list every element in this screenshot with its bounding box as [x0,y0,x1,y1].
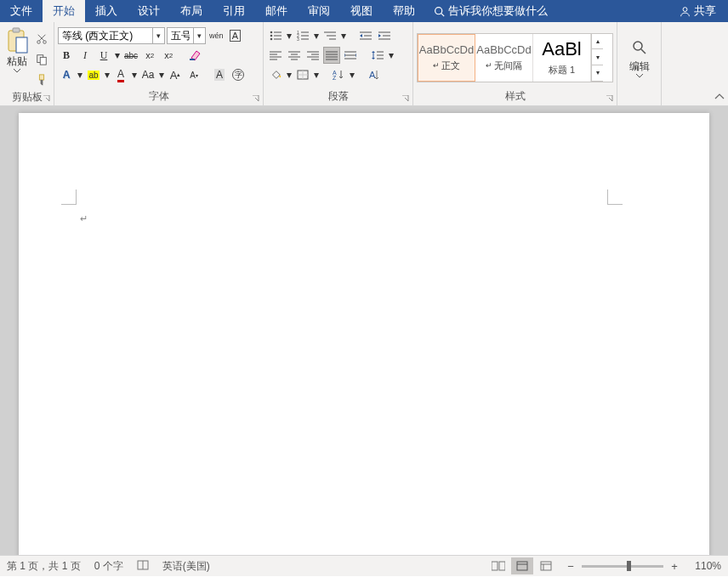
align-center-button[interactable] [286,47,303,64]
shading-dropdown[interactable]: ▾ [286,69,293,81]
line-spacing-dropdown[interactable]: ▾ [388,49,395,61]
sort-dropdown[interactable]: ▾ [349,69,355,81]
italic-button[interactable]: I [77,47,94,64]
align-right-icon [307,50,319,60]
strikethrough-button[interactable]: abc [122,47,139,64]
magnifier-icon [631,39,648,56]
tell-me-search[interactable]: 告诉我你想要做什么 [434,3,548,19]
style-normal[interactable]: AaBbCcDd ↵正文 [418,34,475,82]
menu-references[interactable]: 引用 [213,0,255,22]
font-size-input[interactable] [168,28,193,43]
menu-review[interactable]: 审阅 [298,0,340,22]
decrease-indent-button[interactable] [357,27,374,44]
document-area[interactable]: ↵ [0,106,728,555]
highlight-dropdown[interactable]: ▾ [104,69,111,81]
styles-scroll-down[interactable]: ▾ [592,49,603,65]
shading-button[interactable] [267,66,284,83]
font-launcher[interactable] [251,93,261,104]
change-case-button[interactable]: Aa [139,66,156,83]
zoom-level[interactable]: 110% [687,560,721,572]
zoom-track[interactable] [582,565,663,568]
word-count[interactable]: 0 个字 [94,559,123,574]
underline-dropdown[interactable]: ▾ [114,49,121,61]
menu-mailings[interactable]: 邮件 [255,0,298,22]
zoom-out-button[interactable]: − [565,560,577,573]
menu-insert[interactable]: 插入 [85,0,128,22]
bullets-dropdown[interactable]: ▾ [286,30,293,42]
borders-dropdown[interactable]: ▾ [313,69,320,81]
borders-button[interactable] [294,66,311,83]
clipboard-launcher[interactable] [42,93,52,104]
find-button[interactable]: 编辑 [623,39,656,79]
bold-button[interactable]: B [58,47,75,64]
text-effects-button[interactable]: A [58,66,75,83]
show-marks-button[interactable]: A [366,66,383,83]
align-left-icon [270,50,282,60]
font-name-input[interactable] [59,28,152,43]
cut-button[interactable] [33,31,50,48]
page-number[interactable]: 第 1 页，共 1 页 [7,559,81,574]
enclose-char-button[interactable]: 字 [230,66,247,83]
menu-help[interactable]: 帮助 [383,0,425,22]
styles-expand[interactable]: ▾ [592,65,603,82]
line-spacing-button[interactable] [369,47,386,64]
multilevel-button[interactable] [321,27,338,44]
menu-view[interactable]: 视图 [340,0,383,22]
paragraph-launcher[interactable] [401,93,411,104]
multilevel-icon [324,31,336,41]
chevron-down-icon [636,74,643,79]
pinyin-button[interactable]: wén [208,27,225,44]
read-icon [492,561,505,571]
language[interactable]: 英语(美国) [162,559,210,574]
collapse-ribbon-button[interactable] [714,92,725,104]
font-name-dropdown[interactable]: ▾ [152,28,164,43]
read-mode-button[interactable] [487,557,509,574]
style-nospacing[interactable]: AaBbCcDd ↵无间隔 [475,34,533,82]
font-name-combo[interactable]: ▾ [58,27,165,44]
align-right-button[interactable] [304,47,321,64]
clear-formatting-button[interactable] [187,47,204,64]
styles-scroll-up[interactable]: ▴ [592,34,603,50]
menu-layout[interactable]: 布局 [170,0,213,22]
bullets-button[interactable] [267,27,284,44]
char-border-button[interactable]: A [227,27,244,44]
subscript-button[interactable]: x2 [141,47,158,64]
copy-button[interactable] [33,51,50,68]
proofing-button[interactable] [137,560,149,573]
style-heading1[interactable]: AaBl 标题 1 [533,34,591,82]
page[interactable]: ↵ [19,113,709,555]
styles-launcher[interactable] [605,93,615,104]
format-painter-button[interactable] [33,71,50,88]
zoom-thumb[interactable] [627,561,631,571]
group-editing: 编辑 [617,22,662,105]
font-size-dropdown[interactable]: ▾ [193,28,205,43]
menu-home[interactable]: 开始 [43,0,85,22]
share-button[interactable]: 共享 [668,3,728,19]
change-case-dropdown[interactable]: ▾ [158,69,165,81]
text-effects-dropdown[interactable]: ▾ [77,69,83,81]
web-layout-button[interactable] [535,557,557,574]
font-size-combo[interactable]: ▾ [167,27,206,44]
align-left-button[interactable] [267,47,284,64]
grow-font-button[interactable]: A▴ [167,66,184,83]
superscript-button[interactable]: x2 [160,47,177,64]
zoom-in-button[interactable]: + [668,560,680,573]
char-shading-button[interactable]: A [211,66,228,83]
font-color-button[interactable]: A [112,66,129,83]
align-justify-button[interactable] [323,47,340,64]
menu-design[interactable]: 设计 [128,0,170,22]
align-distributed-button[interactable] [342,47,359,64]
highlight-button[interactable]: ab [85,66,102,83]
paste-button[interactable]: 粘贴 [3,27,31,82]
shrink-font-button[interactable]: A▾ [185,66,202,83]
numbering-button[interactable]: 123 [294,27,311,44]
increase-indent-button[interactable] [376,27,393,44]
menu-file[interactable]: 文件 [0,0,43,22]
font-color-dropdown[interactable]: ▾ [131,69,138,81]
sort-button[interactable]: AZ [330,66,347,83]
svg-point-7 [43,41,47,44]
multilevel-dropdown[interactable]: ▾ [340,30,347,42]
underline-button[interactable]: U [95,47,112,64]
numbering-dropdown[interactable]: ▾ [313,30,320,42]
print-layout-button[interactable] [511,557,533,574]
